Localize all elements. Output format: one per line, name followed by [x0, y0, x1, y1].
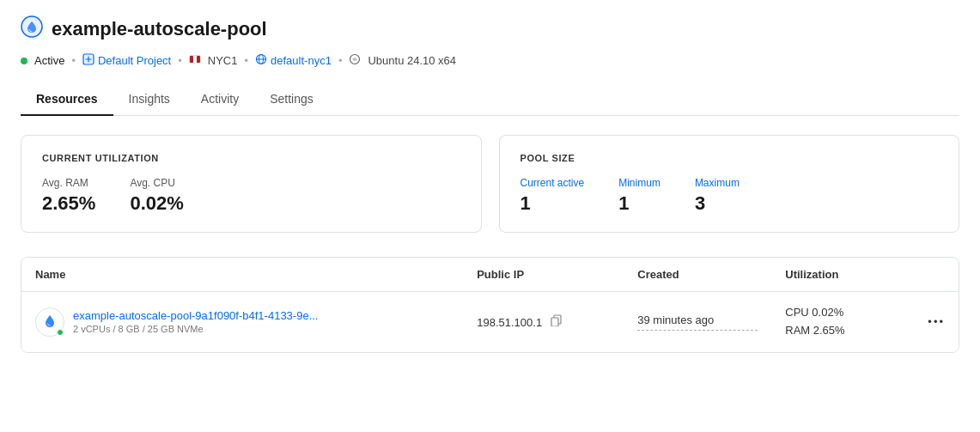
separator3: •	[244, 54, 248, 67]
svg-rect-4	[193, 56, 197, 63]
tab-settings[interactable]: Settings	[254, 83, 329, 116]
created-underline	[637, 330, 758, 331]
autoscale-pool-icon	[21, 15, 43, 43]
col-name: Name	[21, 258, 463, 292]
row-actions-cell[interactable]: •••	[895, 292, 959, 352]
minimum-value: 1	[618, 192, 660, 215]
col-public-ip: Public IP	[463, 258, 624, 292]
maximum-metric: Maximum 3	[695, 177, 740, 215]
status-dot-icon	[21, 58, 27, 64]
minimum-metric: Minimum 1	[618, 177, 660, 215]
row-created-cell: 39 minutes ago	[624, 292, 771, 352]
tab-insights[interactable]: Insights	[113, 83, 186, 116]
droplet-icon	[43, 313, 57, 331]
region-icon	[189, 53, 201, 68]
cards-row: CURRENT UTILIZATION Avg. RAM 2.65% Avg. …	[21, 135, 959, 233]
col-utilization: Utilization	[771, 258, 895, 292]
project-icon	[82, 53, 94, 68]
row-utilization-cell: CPU 0.02% RAM 2.65%	[771, 292, 895, 352]
copy-ip-icon[interactable]	[551, 315, 563, 329]
page-title: example-autoscale-pool	[52, 18, 267, 40]
row-status-dot	[57, 329, 64, 336]
separator: •	[71, 54, 76, 67]
svg-rect-5	[197, 56, 200, 63]
separator4: •	[338, 54, 343, 67]
status-label: Active	[34, 54, 64, 67]
project-link[interactable]: Default Project	[82, 53, 171, 68]
os-icon	[349, 53, 361, 68]
row-name-info: example-autoscale-pool-9a1f090f-b4f1-413…	[73, 309, 318, 334]
avg-cpu-value: 0.02%	[130, 192, 183, 215]
current-active-value: 1	[520, 192, 585, 215]
current-active-label: Current active	[520, 177, 585, 189]
os-label: Ubuntu 24.10 x64	[368, 54, 456, 67]
row-name-sub: 2 vCPUs / 8 GB / 25 GB NVMe	[73, 324, 318, 334]
network-label: default-nyc1	[271, 54, 332, 67]
tab-activity[interactable]: Activity	[186, 83, 254, 116]
more-options-icon[interactable]: •••	[928, 315, 945, 328]
resources-table-container: Name Public IP Created Utilization	[21, 257, 959, 353]
network-link[interactable]: default-nyc1	[255, 53, 332, 68]
tabs-container: Resources Insights Activity Settings	[21, 83, 959, 116]
row-public-ip: 198.51.100.1	[477, 316, 542, 329]
col-created: Created	[624, 258, 771, 292]
utilization-card-label: CURRENT UTILIZATION	[42, 153, 460, 163]
row-name-link[interactable]: example-autoscale-pool-9a1f090f-b4f1-413…	[73, 309, 318, 322]
avg-cpu-metric: Avg. CPU 0.02%	[130, 177, 183, 215]
row-name-cell: example-autoscale-pool-9a1f090f-b4f1-413…	[21, 292, 463, 352]
maximum-value: 3	[695, 192, 740, 215]
table-header-row: Name Public IP Created Utilization	[21, 258, 959, 292]
network-icon	[255, 53, 267, 68]
pool-metrics: Current active 1 Minimum 1 Maximum 3	[520, 177, 939, 215]
avg-ram-metric: Avg. RAM 2.65%	[42, 177, 95, 215]
utilization-card: CURRENT UTILIZATION Avg. RAM 2.65% Avg. …	[21, 135, 482, 233]
avg-cpu-label: Avg. CPU	[130, 177, 183, 189]
row-ram: RAM 2.65%	[785, 322, 881, 340]
col-actions	[895, 258, 959, 292]
meta-bar: Active • Default Project • NYC1 • defaul…	[21, 53, 959, 68]
page-header: example-autoscale-pool	[21, 15, 959, 43]
row-public-ip-cell: 198.51.100.1	[463, 292, 624, 352]
region-label: NYC1	[208, 54, 238, 67]
separator2: •	[178, 54, 182, 67]
utilization-metrics: Avg. RAM 2.65% Avg. CPU 0.02%	[42, 177, 460, 215]
pool-size-card: POOL SIZE Current active 1 Minimum 1 Max…	[499, 135, 960, 233]
avg-ram-value: 2.65%	[42, 192, 95, 215]
svg-rect-11	[551, 318, 558, 326]
project-label: Default Project	[98, 54, 171, 67]
resources-table: Name Public IP Created Utilization	[21, 258, 959, 352]
current-active-metric: Current active 1	[520, 177, 585, 215]
row-cpu: CPU 0.02%	[785, 304, 881, 322]
table-row: example-autoscale-pool-9a1f090f-b4f1-413…	[21, 292, 959, 352]
maximum-label: Maximum	[695, 177, 740, 189]
droplet-icon-wrap	[35, 307, 64, 337]
minimum-label: Minimum	[618, 177, 660, 189]
avg-ram-label: Avg. RAM	[42, 177, 95, 189]
pool-size-card-label: POOL SIZE	[520, 153, 939, 163]
svg-rect-3	[190, 56, 193, 63]
tab-resources[interactable]: Resources	[21, 83, 113, 116]
row-created-text: 39 minutes ago	[637, 313, 758, 326]
